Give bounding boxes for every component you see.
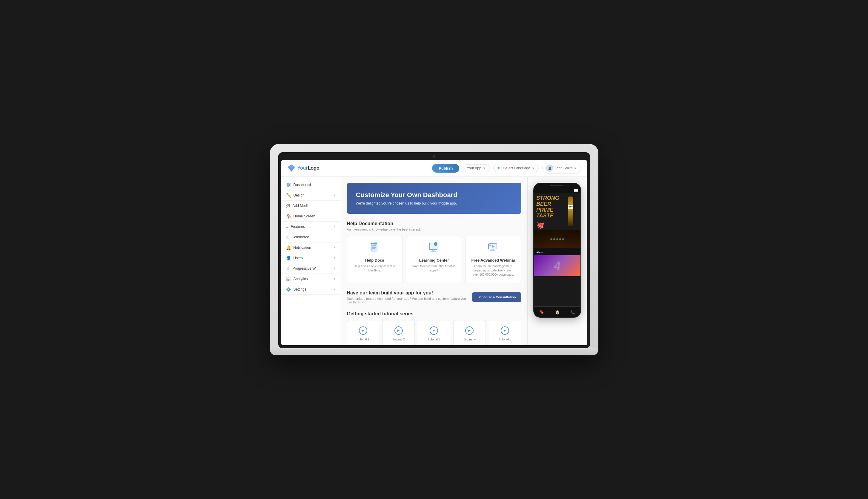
screen-bezel: YourLogo Publish Your App ▼ G [278,152,590,348]
settings-chevron: ▼ [333,288,336,291]
tutorial-card-5[interactable]: ▶ Tutorial 5 [489,320,521,345]
tutorial-label-5: Tutorial 5 [493,338,517,341]
laptop-base [270,348,598,355]
svg-rect-19 [491,250,494,250]
beer-ad-section: STRONG BEER PRIME TASTE 🐙 [534,193,580,230]
help-docs-icon [352,242,398,255]
webinar-icon [470,242,516,255]
beer-text-strong: STRONG BEER PRIME TASTE [536,195,563,219]
svg-rect-14 [432,250,435,251]
play-icon-2: ▶ [394,326,403,335]
users-icon: 👤 [286,256,291,260]
play-icon-3: ▶ [430,326,438,335]
purple-section: 4 [534,255,580,276]
sidebar-item-dashboard[interactable]: ⚙️ Dashboard [281,180,341,190]
progressive-chevron: ▼ [333,267,336,270]
hero-title: Customize Your Own Dashboard [356,191,512,199]
dashboard-icon: ⚙️ [286,182,291,187]
app-body: ⚙️ Dashboard ✏️ Design ▼ [281,177,587,345]
svg-rect-9 [374,242,377,245]
tutorial-label-4: Tutorial 4 [457,338,482,341]
sidebar: ⚙️ Dashboard ✏️ Design ▼ [281,177,341,345]
cta-desc: Have unique feature you need for your ap… [347,297,472,304]
notification-chevron: ▼ [333,246,336,249]
beer-text-block: STRONG BEER PRIME TASTE 🐙 [536,195,563,229]
user-name: John Smith [555,166,573,170]
tutorial-card-4[interactable]: ▶ Tutorial 4 [453,320,486,345]
content-area: Customize Your Own Dashboard We're delig… [341,177,527,345]
settings-icon: ⚙️ [286,287,291,292]
publish-button[interactable]: Publish [432,164,459,173]
user-chevron: ▼ [574,167,577,170]
sidebar-item-add-media[interactable]: 🖼 Add Media [281,201,341,211]
help-docs-title: Help Docs [352,258,398,263]
sidebar-label-settings: Settings [294,287,306,291]
phone-nav-home: 🏠 [555,310,560,315]
user-avatar: 👤 [546,165,553,172]
language-chevron: ▼ [532,167,535,170]
help-card-docs[interactable]: Help Docs Help articles on every aspect … [347,236,403,283]
help-section-desc: An investment in knowledge pays the best… [347,228,521,231]
app-header: YourLogo Publish Your App ▼ G [281,160,587,177]
sidebar-label-add-media: Add Media [293,204,310,208]
google-icon: G [497,166,502,171]
camera-dot [433,155,435,158]
progressive-icon: 🖥 [286,266,290,271]
phone-mockup: STRONG BEER PRIME TASTE 🐙 [533,183,581,318]
help-card-webinar[interactable]: Free Advanced Webinar Learn the methodol… [465,236,521,283]
sidebar-item-analytics[interactable]: 📊 Analytics ▼ [281,274,341,284]
phone-content: STRONG BEER PRIME TASTE 🐙 [534,193,580,306]
svg-rect-15 [431,251,436,252]
features-icon: ≡ [286,224,289,229]
bar-scene [534,230,580,248]
commerce-icon: ◇ [286,235,289,240]
user-dropdown[interactable]: 👤 John Smith ▼ [542,163,581,173]
svg-text:G: G [498,167,500,170]
sidebar-label-analytics: Analytics [294,277,308,281]
sidebar-item-commerce[interactable]: ◇ Commerce [281,232,341,243]
octopus-icon: 🐙 [536,221,563,229]
tutorial-card-1[interactable]: ▶ Tutorial 1 [347,320,379,345]
phone-nav-bookmark: 🔖 [539,310,544,315]
analytics-icon: 📊 [286,277,291,281]
notch-pill [550,185,562,186]
sidebar-label-dashboard: Dashboard [294,183,311,187]
sidebar-item-design[interactable]: ✏️ Design ▼ [281,190,341,201]
help-card-learning[interactable]: ? Learning Center Want to learn more abo… [406,236,462,283]
sidebar-item-notification[interactable]: 🔔 Notification ▼ [281,243,341,253]
help-section: Help Documentation An investment in know… [347,221,521,283]
phone-nav-phone: 📞 [570,310,575,315]
purple-number: 4 [554,259,561,273]
tutorial-section-title: Getting started tutorial series [347,311,521,317]
your-app-dropdown[interactable]: Your App ▼ [463,164,489,172]
phone-preview-area: STRONG BEER PRIME TASTE 🐙 [527,177,587,345]
sidebar-item-settings[interactable]: ⚙️ Settings ▼ [281,284,341,295]
tutorial-label-3: Tutorial 3 [421,338,447,341]
tutorial-card-3[interactable]: ▶ Tutorial 3 [418,320,450,345]
sidebar-item-features[interactable]: ≡ Features ▼ [281,222,341,232]
cta-title: Have our team build your app for you! [347,290,472,296]
play-icon-4: ▶ [465,326,474,335]
design-chevron: ▼ [333,194,336,197]
laptop-container: YourLogo Publish Your App ▼ G [270,144,598,355]
sidebar-item-home-screen[interactable]: 🏠 Home Screen [281,211,341,222]
phone-bottom-bar: 🔖 🏠 📞 [534,306,580,317]
schedule-consultation-button[interactable]: Schedule a Consultation [472,292,521,302]
webinar-title: Free Advanced Webinar [470,258,516,263]
sidebar-item-progressive[interactable]: 🖥 Progressive W... ▼ [281,264,341,274]
hamburger-menu [574,189,578,192]
learning-title: Learning Center [411,258,457,263]
sidebar-item-users[interactable]: 👤 Users ▼ [281,253,341,264]
analytics-chevron: ▼ [333,277,336,280]
logo-text: YourLogo [297,166,319,171]
notch-dot [563,185,564,186]
app-container: YourLogo Publish Your App ▼ G [281,160,587,345]
cta-text: Have our team build your app for you! Ha… [347,290,472,304]
help-docs-desc: Help articles on every aspect of BuildFi… [352,264,398,273]
about-section: About [534,248,580,255]
select-language-dropdown[interactable]: G Select Language ▼ [493,164,539,172]
logo-area: YourLogo [287,164,319,172]
tutorial-card-2[interactable]: ▶ Tutorial 2 [382,320,415,345]
help-section-title: Help Documentation [347,221,521,226]
svg-text:?: ? [435,243,437,246]
